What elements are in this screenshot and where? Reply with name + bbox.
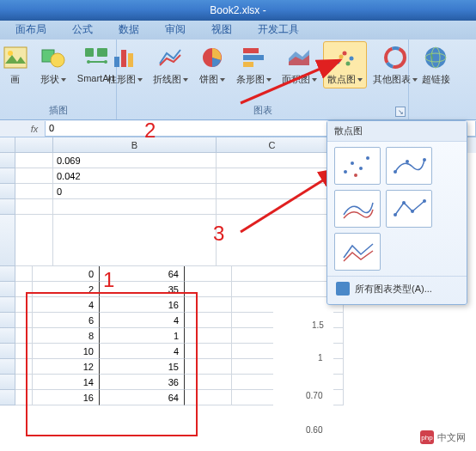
charts-dialog-launcher[interactable]: ↘ xyxy=(395,107,406,117)
column-chart-button[interactable]: 柱形图 xyxy=(103,41,147,88)
cell[interactable] xyxy=(15,184,53,199)
select-all-corner[interactable] xyxy=(0,137,15,153)
cell[interactable]: 12 xyxy=(33,359,100,375)
cell[interactable] xyxy=(217,184,328,199)
row-header[interactable] xyxy=(0,297,15,313)
cell[interactable] xyxy=(15,199,53,215)
row-header[interactable] xyxy=(0,282,15,297)
chart-preview[interactable]: 1.5 1 0.70 0.60 70 60 xyxy=(273,306,333,451)
tab-developer[interactable]: 开发工具 xyxy=(246,20,311,40)
scatter-chart-button[interactable]: 散点图 xyxy=(323,41,367,88)
row-header[interactable] xyxy=(0,375,15,390)
col-header-c[interactable]: C xyxy=(217,137,328,153)
row-header[interactable] xyxy=(0,328,15,344)
scatter-straight-markers-option[interactable] xyxy=(386,190,432,228)
scatter-straight-option[interactable] xyxy=(334,233,381,271)
col-header-partial[interactable] xyxy=(15,137,53,153)
picture-button[interactable]: 画 xyxy=(0,41,34,88)
tab-review[interactable]: 审阅 xyxy=(153,20,198,40)
row-header[interactable] xyxy=(0,153,15,168)
cell[interactable] xyxy=(217,153,328,168)
cell[interactable]: 4 xyxy=(33,297,100,313)
row-header[interactable] xyxy=(0,199,15,215)
shapes-button[interactable]: 形状 xyxy=(35,41,71,88)
cell[interactable]: 8 xyxy=(33,328,100,344)
row-header[interactable] xyxy=(0,215,15,266)
cell[interactable]: 2 xyxy=(33,282,100,297)
cell[interactable] xyxy=(53,215,217,266)
fx-icon[interactable]: fx xyxy=(24,124,45,134)
cell[interactable] xyxy=(15,375,33,390)
other-charts-button[interactable]: 其他图表 xyxy=(369,41,422,88)
cell[interactable]: 0.069 xyxy=(53,153,217,168)
cell[interactable]: 0.042 xyxy=(53,168,217,184)
col-header-b[interactable]: B xyxy=(53,137,217,153)
cell[interactable] xyxy=(184,266,232,282)
cell[interactable] xyxy=(184,313,232,328)
scatter-markers-option[interactable] xyxy=(334,147,381,185)
cell[interactable] xyxy=(184,297,232,313)
bar-chart-button[interactable]: 条形图 xyxy=(232,41,276,88)
cell[interactable]: 16 xyxy=(33,390,100,405)
formula-value: 0 xyxy=(49,123,54,133)
tab-data[interactable]: 数据 xyxy=(107,20,151,40)
cell[interactable] xyxy=(15,282,33,297)
cell[interactable] xyxy=(53,199,217,215)
cell[interactable]: 4 xyxy=(100,344,184,359)
cell[interactable] xyxy=(217,215,328,266)
chevron-down-icon xyxy=(312,78,317,82)
cell[interactable]: 64 xyxy=(100,390,184,405)
cell[interactable] xyxy=(184,328,232,344)
cell[interactable] xyxy=(217,199,328,215)
charts-group-label: 图表 xyxy=(253,102,272,119)
cell[interactable] xyxy=(15,168,53,184)
cell[interactable] xyxy=(184,390,232,405)
row-header[interactable] xyxy=(0,359,15,375)
cell[interactable]: 4 xyxy=(100,313,184,328)
cell[interactable] xyxy=(184,282,232,297)
cell[interactable] xyxy=(15,153,53,168)
cell[interactable] xyxy=(15,390,33,405)
row-header[interactable] xyxy=(0,344,15,359)
row-header[interactable] xyxy=(0,390,15,405)
line-chart-button[interactable]: 折线图 xyxy=(149,41,192,88)
area-chart-button[interactable]: 面积图 xyxy=(278,41,321,88)
cell[interactable] xyxy=(184,344,232,359)
cell[interactable]: 6 xyxy=(33,313,100,328)
cell[interactable]: 64 xyxy=(100,266,184,282)
row-header[interactable] xyxy=(0,266,15,282)
all-chart-types-button[interactable]: 所有图表类型(A)... xyxy=(327,276,467,301)
cell[interactable]: 36 xyxy=(100,375,184,390)
cell[interactable] xyxy=(15,328,33,344)
cell[interactable]: 35 xyxy=(100,282,184,297)
tab-formulas[interactable]: 公式 xyxy=(60,20,105,40)
tab-view[interactable]: 视图 xyxy=(199,20,244,40)
cell[interactable] xyxy=(184,375,232,390)
cell[interactable]: 1 xyxy=(100,328,184,344)
hyperlink-button[interactable]: 超链接 xyxy=(418,41,455,88)
cell[interactable]: 14 xyxy=(33,375,100,390)
cell[interactable] xyxy=(15,359,33,375)
row-header[interactable] xyxy=(0,184,15,199)
svg-point-31 xyxy=(394,170,397,174)
row-header[interactable] xyxy=(0,168,15,184)
cell[interactable]: 0 xyxy=(53,184,217,199)
row-header[interactable] xyxy=(0,313,15,328)
axis-tick: 1 xyxy=(318,353,323,363)
cell[interactable]: 0 xyxy=(33,266,100,282)
cell[interactable]: 15 xyxy=(100,359,184,375)
cell[interactable] xyxy=(15,344,33,359)
cell[interactable] xyxy=(15,297,33,313)
scatter-smooth-markers-option[interactable] xyxy=(386,147,432,185)
cell[interactable]: 10 xyxy=(33,344,100,359)
cell[interactable] xyxy=(217,168,328,184)
scatter-smooth-option[interactable] xyxy=(334,190,381,228)
shapes-label: 形状 xyxy=(40,73,59,86)
cell[interactable] xyxy=(15,313,33,328)
tab-layout[interactable]: 面布局 xyxy=(3,20,58,40)
pie-chart-button[interactable]: 饼图 xyxy=(194,41,230,88)
cell[interactable] xyxy=(15,266,33,282)
cell[interactable] xyxy=(15,215,53,266)
cell[interactable]: 16 xyxy=(100,297,184,313)
cell[interactable] xyxy=(184,359,232,375)
